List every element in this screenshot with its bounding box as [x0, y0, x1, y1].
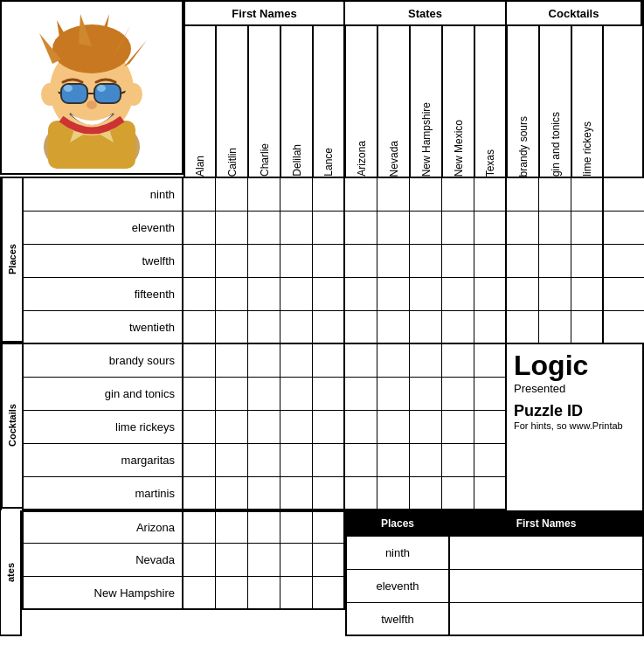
- cell-eleventh-lime-rickeys[interactable]: [571, 212, 604, 245]
- cell-twentieth-alan[interactable]: [184, 311, 216, 344]
- cell-marg-arizona[interactable]: [345, 444, 377, 477]
- cell-brandy-lance[interactable]: [313, 344, 345, 378]
- cell-az-delilah[interactable]: [280, 512, 313, 545]
- cell-twentieth-caitlin[interactable]: [216, 311, 248, 344]
- cell-marg-new-hampshire[interactable]: [410, 444, 442, 477]
- cell-eleventh-delilah[interactable]: [280, 212, 313, 245]
- cell-marg-alan[interactable]: [184, 444, 216, 477]
- cell-twelfth-gin-and-tonics[interactable]: [539, 245, 571, 278]
- cell-ninth-gin-and-tonics[interactable]: [539, 178, 571, 212]
- cell-twelfth-arizona[interactable]: [345, 245, 377, 278]
- cell-fifteenth-arizona[interactable]: [345, 278, 377, 311]
- cell-gin-new-hampshire[interactable]: [410, 378, 442, 411]
- cell-brandy-nevada[interactable]: [377, 344, 410, 378]
- cell-ninth-lance[interactable]: [313, 178, 345, 212]
- cell-twentieth-arizona[interactable]: [345, 311, 377, 344]
- cell-twentieth-brandy-sours[interactable]: [507, 311, 539, 344]
- cell-gin-delilah[interactable]: [280, 378, 313, 411]
- cell-gin-texas[interactable]: [474, 378, 507, 411]
- cell-lime-caitlin[interactable]: [216, 411, 248, 444]
- cell-eleventh-lance[interactable]: [313, 212, 345, 245]
- cell-ninth-alan[interactable]: [184, 178, 216, 212]
- cell-az-caitlin[interactable]: [216, 512, 248, 545]
- cell-nv-delilah[interactable]: [280, 544, 313, 577]
- cell-brandy-delilah[interactable]: [280, 344, 313, 378]
- cell-brandy-charlie[interactable]: [248, 344, 280, 378]
- cell-twelfth-lime-rickeys[interactable]: [571, 245, 604, 278]
- cell-fifteenth-lime-rickeys[interactable]: [571, 278, 604, 311]
- cell-lime-arizona[interactable]: [345, 411, 377, 444]
- cell-fifteenth-caitlin[interactable]: [216, 278, 248, 311]
- cell-fifteenth-new-hampshire[interactable]: [410, 278, 442, 311]
- cell-gin-lance[interactable]: [313, 378, 345, 411]
- cell-twelfth-charlie[interactable]: [248, 245, 280, 278]
- cell-twentieth-delilah[interactable]: [280, 311, 313, 344]
- cell-nv-alan[interactable]: [184, 544, 216, 577]
- cell-nh-charlie[interactable]: [248, 577, 280, 610]
- cell-ninth-texas[interactable]: [474, 178, 507, 212]
- cell-twelfth-caitlin[interactable]: [216, 245, 248, 278]
- cell-ninth-charlie[interactable]: [248, 178, 280, 212]
- cell-fifteenth-texas[interactable]: [474, 278, 507, 311]
- cell-eleventh-nevada[interactable]: [377, 212, 410, 245]
- cell-eleventh-new-hampshire[interactable]: [410, 212, 442, 245]
- cell-nh-delilah[interactable]: [280, 577, 313, 610]
- cell-marg-caitlin[interactable]: [216, 444, 248, 477]
- cell-eleventh-caitlin[interactable]: [216, 212, 248, 245]
- cell-brandy-new-mexico[interactable]: [442, 344, 474, 378]
- cell-mart-arizona[interactable]: [345, 477, 377, 510]
- cell-nh-caitlin[interactable]: [216, 577, 248, 610]
- cell-eleventh-alan[interactable]: [184, 212, 216, 245]
- cell-mart-charlie[interactable]: [248, 477, 280, 510]
- cell-marg-nevada[interactable]: [377, 444, 410, 477]
- cell-mart-caitlin[interactable]: [216, 477, 248, 510]
- cell-ninth-new-mexico[interactable]: [442, 178, 474, 212]
- cell-twentieth-lance[interactable]: [313, 311, 345, 344]
- cell-eleventh-brandy-sours[interactable]: [507, 212, 539, 245]
- cell-gin-new-mexico[interactable]: [442, 378, 474, 411]
- cell-brandy-alan[interactable]: [184, 344, 216, 378]
- cell-lime-alan[interactable]: [184, 411, 216, 444]
- cell-twelfth-nevada[interactable]: [377, 245, 410, 278]
- cell-ninth-arizona[interactable]: [345, 178, 377, 212]
- cell-lime-delilah[interactable]: [280, 411, 313, 444]
- cell-ninth-brandy-sours[interactable]: [507, 178, 539, 212]
- cell-mart-delilah[interactable]: [280, 477, 313, 510]
- cell-gin-caitlin[interactable]: [216, 378, 248, 411]
- cell-nv-lance[interactable]: [313, 544, 345, 577]
- cell-nh-alan[interactable]: [184, 577, 216, 610]
- cell-eleventh-texas[interactable]: [474, 212, 507, 245]
- cell-fifteenth-charlie[interactable]: [248, 278, 280, 311]
- cell-mart-lance[interactable]: [313, 477, 345, 510]
- cell-gin-alan[interactable]: [184, 378, 216, 411]
- cell-lime-new-hampshire[interactable]: [410, 411, 442, 444]
- cell-mart-new-hampshire[interactable]: [410, 477, 442, 510]
- cell-mart-alan[interactable]: [184, 477, 216, 510]
- cell-fifteenth-brandy-sours[interactable]: [507, 278, 539, 311]
- cell-az-lance[interactable]: [313, 512, 345, 545]
- cell-twelfth-new-mexico[interactable]: [442, 245, 474, 278]
- cell-lime-texas[interactable]: [474, 411, 507, 444]
- cell-eleventh-gin-and-tonics[interactable]: [539, 212, 571, 245]
- cell-twentieth-texas[interactable]: [474, 311, 507, 344]
- cell-fifteenth-alan[interactable]: [184, 278, 216, 311]
- cell-marg-lance[interactable]: [313, 444, 345, 477]
- cell-marg-delilah[interactable]: [280, 444, 313, 477]
- cell-fifteenth-new-mexico[interactable]: [442, 278, 474, 311]
- cell-ninth-caitlin[interactable]: [216, 178, 248, 212]
- cell-nh-lance[interactable]: [313, 577, 345, 610]
- cell-twentieth-nevada[interactable]: [377, 311, 410, 344]
- cell-twelfth-new-hampshire[interactable]: [410, 245, 442, 278]
- cell-gin-arizona[interactable]: [345, 378, 377, 411]
- cell-twelfth-brandy-sours[interactable]: [507, 245, 539, 278]
- cell-gin-charlie[interactable]: [248, 378, 280, 411]
- cell-marg-texas[interactable]: [474, 444, 507, 477]
- cell-lime-nevada[interactable]: [377, 411, 410, 444]
- cell-twentieth-new-hampshire[interactable]: [410, 311, 442, 344]
- cell-lime-new-mexico[interactable]: [442, 411, 474, 444]
- cell-fifteenth-nevada[interactable]: [377, 278, 410, 311]
- cell-az-alan[interactable]: [184, 512, 216, 545]
- cell-twentieth-lime-rickeys[interactable]: [571, 311, 604, 344]
- cell-brandy-texas[interactable]: [474, 344, 507, 378]
- cell-mart-new-mexico[interactable]: [442, 477, 474, 510]
